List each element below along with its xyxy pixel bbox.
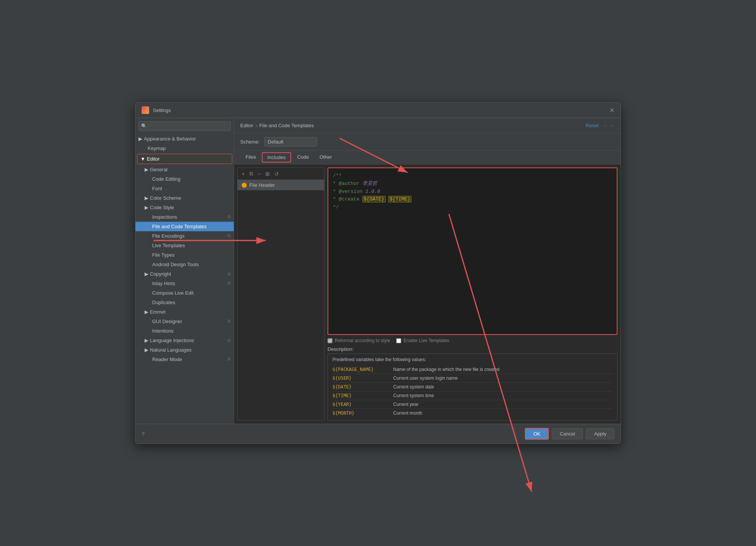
sidebar-item-label: File Types: [152, 252, 175, 258]
help-icon[interactable]: ?: [142, 431, 145, 437]
chevron-right-icon: ▶: [145, 309, 148, 315]
sidebar-item-label: Inlay Hints: [152, 281, 175, 286]
settings-badge-icon: ⊞: [227, 338, 231, 343]
breadcrumb-sep: ›: [255, 123, 257, 128]
window-title: Settings: [153, 107, 610, 113]
chevron-right-icon: ▶: [145, 338, 148, 343]
sidebar-item-intentions[interactable]: Intentions: [135, 326, 234, 336]
tab-files[interactable]: Files: [240, 151, 261, 164]
apply-button[interactable]: Apply: [586, 428, 614, 439]
title-bar: Settings ✕: [135, 103, 621, 118]
settings-badge-icon: ⊞: [227, 233, 231, 239]
tab-includes[interactable]: Includes: [262, 152, 291, 163]
forward-button[interactable]: →: [610, 123, 614, 128]
file-item-label: File Header: [249, 182, 275, 188]
sidebar-item-label: Compose Live Edit: [152, 290, 194, 296]
chevron-right-icon: ▶: [145, 205, 148, 210]
var-row-year: ${YEAR} Current year: [332, 400, 613, 409]
chevron-right-icon: ▶: [145, 347, 148, 353]
var-name: ${YEAR}: [332, 402, 393, 407]
var-desc: Current month: [393, 410, 422, 416]
sidebar-item-label: Copyright: [150, 271, 171, 277]
copy-button[interactable]: ⧉: [247, 169, 255, 178]
sidebar-item-color-scheme[interactable]: ▶ Color Scheme: [135, 193, 234, 203]
sidebar-item-file-types[interactable]: File Types: [135, 250, 234, 260]
file-icon: 🟠: [241, 183, 247, 188]
var-desc: Current user system login name: [393, 376, 458, 381]
sidebar-item-inlay-hints[interactable]: Inlay Hints ⊞: [135, 279, 234, 288]
var-row-package: ${PACKAGE_NAME} Name of the package in w…: [332, 365, 613, 374]
breadcrumb-editor: Editor: [240, 123, 253, 128]
var-desc: Current system time: [393, 393, 434, 398]
reformat-checkbox[interactable]: [328, 338, 332, 343]
ok-button[interactable]: OK: [525, 428, 549, 440]
sidebar-item-label: File and Code Templates: [152, 224, 207, 229]
sidebar-item-android-design-tools[interactable]: Android Design Tools: [135, 260, 234, 269]
scheme-label: Scheme:: [240, 139, 260, 145]
sidebar-item-copyright[interactable]: ▶ Copyright ⊞: [135, 269, 234, 279]
sidebar-item-live-templates[interactable]: Live Templates: [135, 241, 234, 250]
scheme-select[interactable]: Default Project: [264, 137, 317, 147]
var-row-month: ${MONTH} Current month: [332, 409, 613, 417]
sidebar-item-editor[interactable]: ▼ Editor: [137, 154, 232, 164]
search-box: 🔍: [139, 121, 231, 131]
settings-badge-icon: ⊞: [227, 319, 231, 324]
settings-badge-icon: ⊞: [227, 214, 231, 220]
description-label: Description:: [328, 346, 617, 352]
sidebar-item-reader-mode[interactable]: Reader Mode ⊞: [135, 355, 234, 364]
sidebar-item-emmet[interactable]: ▶ Emmet: [135, 307, 234, 317]
sidebar-item-code-style[interactable]: ▶ Code Style: [135, 203, 234, 212]
sidebar-item-compose-live-edit[interactable]: Compose Live Edit: [135, 288, 234, 298]
sidebar-item-code-editing[interactable]: Code Editing: [135, 174, 234, 184]
var-name: ${PACKAGE_NAME}: [332, 367, 393, 372]
live-templates-label: Enable Live Templates: [403, 338, 449, 343]
options-row: Reformat according to style Enable Live …: [328, 335, 617, 346]
sidebar-item-duplicates[interactable]: Duplicates: [135, 298, 234, 307]
live-templates-checkbox-wrap: Enable Live Templates: [396, 338, 449, 343]
chevron-right-icon: ▶: [145, 271, 148, 277]
sidebar-item-file-encodings[interactable]: File Encodings ⊞: [135, 231, 234, 241]
sidebar-item-font[interactable]: Font: [135, 184, 234, 193]
sidebar-item-label: Inspections: [152, 214, 177, 220]
var-desc: Current system date: [393, 384, 434, 390]
sidebar-item-label: Duplicates: [152, 300, 175, 305]
tab-other[interactable]: Other: [314, 151, 337, 164]
back-button[interactable]: ←: [603, 123, 608, 128]
reset-button[interactable]: Reset: [586, 123, 598, 128]
live-templates-checkbox[interactable]: [396, 338, 401, 343]
dialog-body: 🔍 ▶ Appearance & Behavior Keymap ▼ Edito…: [135, 118, 621, 424]
description-section: Description: Predefined variables take t…: [328, 346, 617, 421]
code-editor[interactable]: /** * @author 李昊哲 * @version 1.0.0 * @cr…: [328, 167, 617, 335]
panel-area: + ⧉ − ⊞ ↺ 🟠 File Header: [234, 164, 621, 424]
add-button[interactable]: +: [240, 170, 247, 178]
var-row-time: ${TIME} Current system time: [332, 391, 613, 400]
search-input[interactable]: [139, 121, 231, 131]
sidebar-item-language-injections[interactable]: ▶ Language Injections ⊞: [135, 336, 234, 345]
sidebar-item-label: Emmet: [150, 309, 165, 315]
reformat-label: Reformat according to style: [335, 338, 390, 343]
sidebar-item-label: Reader Mode: [152, 357, 182, 362]
reset-file-button[interactable]: ↺: [272, 170, 281, 178]
close-button[interactable]: ✕: [610, 107, 614, 114]
sidebar-item-file-and-code-templates[interactable]: File and Code Templates: [135, 222, 234, 231]
chevron-down-icon: ▼: [140, 156, 145, 162]
sidebar-item-general[interactable]: ▶ General: [135, 165, 234, 174]
var-desc: Name of the package in which the new fil…: [393, 367, 499, 372]
main-header: Editor › File and Code Templates Reset ←…: [234, 118, 621, 133]
sidebar-item-appearance[interactable]: ▶ Appearance & Behavior: [135, 134, 234, 144]
file-item[interactable]: 🟠 File Header: [238, 180, 324, 190]
breadcrumb: Editor › File and Code Templates: [240, 123, 586, 128]
sidebar-item-label: Natural Languages: [150, 347, 192, 353]
sidebar-item-natural-languages[interactable]: ▶ Natural Languages: [135, 345, 234, 355]
tab-code[interactable]: Code: [292, 151, 314, 164]
sidebar-item-inspections[interactable]: Inspections ⊞: [135, 212, 234, 222]
remove-button[interactable]: −: [256, 170, 263, 178]
code-line-5: */: [333, 204, 612, 211]
sidebar-item-gui-designer[interactable]: GUI Designer ⊞: [135, 317, 234, 326]
settings-dialog: Settings ✕ 🔍 ▶ Appearance & Behavior Key…: [135, 102, 621, 444]
cancel-button[interactable]: Cancel: [552, 428, 583, 439]
chevron-right-icon: ▶: [145, 167, 148, 172]
paste-button[interactable]: ⊞: [263, 170, 272, 178]
code-line-3: * @version 1.0.0: [333, 188, 612, 196]
sidebar-item-keymap[interactable]: Keymap: [135, 144, 234, 153]
